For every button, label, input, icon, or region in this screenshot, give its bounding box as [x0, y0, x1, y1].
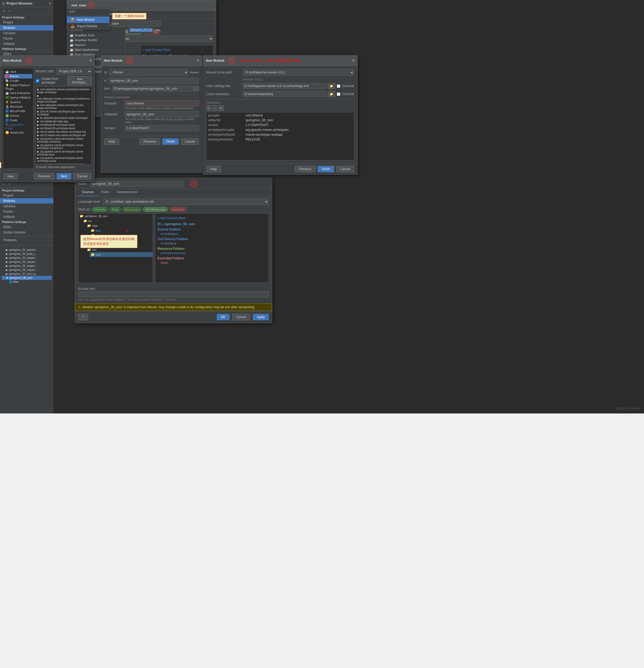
mod-02[interactable]: ▶ springmvc_02_bean_l... [2, 252, 52, 256]
arch-camel-spring[interactable]: ▶ org.apache.camel.archetypes:camel-arch… [36, 163, 92, 164]
exclude-input[interactable] [78, 291, 269, 297]
nav-gradle[interactable]: 🐘 Gradle [4, 78, 32, 83]
mark-sources-badge[interactable]: Sources [92, 207, 108, 212]
mark-excluded-badge[interactable]: Excluded [170, 207, 186, 212]
apply-btn[interactable]: Apply [253, 314, 269, 320]
arch-camel-java[interactable]: ▶ org.apache.camel.archetypes:camel-arch… [36, 150, 92, 156]
arch-camel-scala[interactable]: ▶ org.apache.camel.archetypes:camel-arch… [36, 156, 92, 163]
mod-04[interactable]: ▶ springmvc_04_reques... [2, 260, 52, 264]
nav-micronaut[interactable]: 🔬 Micronaut [4, 104, 32, 109]
mod-08-web[interactable]: 🌐 Web [2, 280, 52, 284]
tree-src[interactable]: 📁 src [82, 218, 153, 223]
nav-intellij-plugin[interactable]: 💡 IntelliJ Platform Plugin [4, 83, 32, 91]
aspectj[interactable]: ☕ AspectJ [68, 43, 124, 47]
cancel-btn-3[interactable]: Cancel [181, 138, 199, 145]
settings-input[interactable] [242, 83, 326, 89]
browse-btn[interactable]: ... [193, 86, 199, 91]
batch-apps[interactable]: ☕ Batch Applications [68, 47, 124, 52]
arch-camel-component[interactable]: ▶ org.apache.camel.archetypes:camel-arch… [36, 143, 92, 150]
help-btn-2[interactable]: Help [3, 173, 18, 179]
bottom-sidebar-artifacts[interactable]: Artifacts [0, 214, 53, 219]
dialog2-close[interactable]: ✕ [89, 59, 92, 62]
bottom-sidebar-project[interactable]: Project [0, 193, 53, 198]
bottom-sidebar-libraries[interactable]: Libraries [0, 203, 53, 209]
d5-source-item[interactable]: src\main\java [157, 232, 266, 236]
import-module-menu-item[interactable]: 📥 Import Module [67, 23, 109, 29]
bottom-sidebar-global-libs[interactable]: Global Libraries [0, 230, 53, 235]
mod-08[interactable]: ▼ springmvc_08_ssm [2, 276, 52, 280]
arch-data-app[interactable]: ▶ net.databinder:data-app [36, 120, 92, 123]
arquillian-junit[interactable]: ☕ Arquillian JUnit [68, 33, 124, 37]
d5-tab-deps[interactable]: Dependencies [113, 188, 141, 196]
d5-resource-item[interactable]: src\main\resources [157, 251, 266, 255]
arch-bamboo[interactable]: ▶ com.atlassian.maven.archetypes:bamboo-… [36, 88, 92, 94]
artifactid-input[interactable] [125, 111, 199, 117]
build-type-select[interactable]: <None> [109, 69, 188, 76]
sidebar-item-artifacts-top[interactable]: Artifacts [0, 41, 53, 46]
prev-btn-3[interactable]: Previous [140, 138, 160, 145]
d5-test-source-item[interactable]: src\test\java [157, 241, 266, 245]
sidebar-item-modules[interactable]: Modules [0, 25, 53, 30]
help-btn-5[interactable]: ? [78, 314, 88, 320]
mark-tests-badge[interactable]: Tests [109, 207, 121, 212]
arch-confluence[interactable]: ▶ com.atlassian.maven.archetypes:conflue… [36, 94, 92, 103]
tree-root[interactable]: 📁 springmvc_08_ssm [78, 214, 153, 218]
d5-add-content-root[interactable]: + Add Content Root [157, 215, 266, 221]
sidebar-item-facets[interactable]: Facets [0, 36, 53, 41]
mod-item-rest[interactable]: springmvc_07_rest_case [129, 28, 152, 32]
prev-btn-4[interactable]: Previous [295, 166, 315, 172]
dialog4-close[interactable]: ✕ [352, 59, 355, 62]
cancel-btn-4[interactable]: Cancel [336, 166, 354, 172]
help-btn-3[interactable]: Help [104, 138, 119, 145]
bottom-add-btn[interactable]: + [2, 181, 6, 187]
mod-06[interactable]: ▶ springmvc_06_reques... [2, 268, 52, 272]
nav-app-forge[interactable]: 🔨 Application Forge [4, 123, 32, 130]
cancel-btn-5[interactable]: Cancel [232, 314, 250, 320]
tree-java[interactable]: 📁 java [90, 228, 153, 233]
sidebar-item-project[interactable]: Project [0, 20, 53, 25]
archetype-list[interactable]: ▶ com.atlassian.maven.archetypes:bamboo-… [36, 87, 92, 164]
mod-05[interactable]: ▶ springmvc_05_respon... [2, 264, 52, 268]
add-archetype-btn[interactable]: Add Archetype... [67, 76, 92, 85]
mark-test-res-badge[interactable]: Test Resources [143, 207, 168, 212]
arch-jpa[interactable]: ▶ com.rfc.maven.archetypes:jpa-maven-arc… [36, 110, 92, 116]
mod-01[interactable]: ▶ springmvc_01_quickst... [2, 248, 52, 252]
add-btn[interactable]: + [2, 8, 6, 14]
version-input[interactable] [125, 125, 199, 131]
nav-java[interactable]: ☕ Java [4, 70, 32, 74]
nav-microprofile[interactable]: 🔵 MicroProfile [4, 109, 32, 113]
next-btn-2[interactable]: Next [57, 173, 71, 180]
d5-tab-paths[interactable]: Paths [97, 188, 113, 196]
finish-btn-4[interactable]: Finish [318, 166, 334, 172]
tree-test-java[interactable]: 📁 java [90, 252, 153, 257]
settings-browse-btn[interactable]: 📁 [328, 84, 335, 89]
help-btn-4[interactable]: Help [206, 166, 221, 172]
bottom-sidebar-facets[interactable]: Facets [0, 209, 53, 214]
arch-jira[interactable]: ▶ com.atlassian.maven.archetypes:jira-pl… [36, 103, 92, 110]
d5-name-input[interactable] [90, 181, 183, 187]
location-input[interactable] [112, 86, 191, 92]
add-content-root-btn[interactable]: + Add Content Root [142, 47, 211, 53]
settings-override-cb[interactable] [337, 85, 340, 88]
sidebar-item-libraries[interactable]: Libraries [0, 30, 53, 36]
cancel-btn-2[interactable]: Cancel [74, 173, 91, 180]
arquillian-testng[interactable]: ☕ Arquillian TestNG [68, 37, 124, 43]
new-module-menu-item[interactable]: 📦 New Module [67, 17, 109, 23]
nav-spring-init[interactable]: 🌿 Spring Initializer [4, 95, 32, 100]
maven-home-select[interactable]: D:/soft/apache-maven-3.6.1 [242, 69, 354, 76]
mod-03[interactable]: ▶ springmvc_03_reques... [2, 256, 52, 260]
bottom-sidebar-sdks[interactable]: SDKs [0, 224, 53, 230]
arch-jboss[interactable]: ▶ de.akquinet.jboss:jboss-seam-archetype [36, 116, 92, 120]
props-remove-btn[interactable]: − [212, 105, 217, 111]
name-input-3[interactable] [109, 78, 199, 84]
bottom-sidebar-modules[interactable]: Modules [0, 198, 53, 203]
arch-maven-har[interactable]: ▶ net.sf.maven-har:maven-archetype-har [36, 130, 92, 134]
lang-level-select[interactable]: 8 - Lambdas, type annotations etc. [103, 198, 269, 205]
panel-close-btn[interactable]: ✕ [49, 2, 51, 5]
arch-lift-blank[interactable]: ▶ net.liftweb:lift-archetype-blank [36, 126, 92, 130]
props-edit-btn[interactable]: ✏ [218, 105, 224, 111]
arch-maven-sar[interactable]: ▶ net.sf.maven-sar:maven-archetype-sar [36, 134, 92, 137]
nav-quarkus[interactable]: ⚡ Quarkus [4, 100, 32, 104]
nav-grails[interactable]: 🌀 Grails [4, 118, 32, 123]
nav-groovy[interactable]: 🟢 Groovy [4, 113, 32, 118]
